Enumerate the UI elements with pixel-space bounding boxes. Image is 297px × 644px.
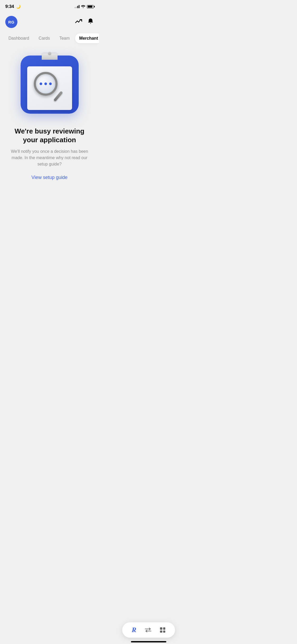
main-title: We're busy reviewing your application xyxy=(8,127,91,144)
status-icons xyxy=(75,5,94,9)
main-content: We're busy reviewing your application We… xyxy=(0,48,99,188)
dots-container xyxy=(40,82,52,85)
magnifier-lens xyxy=(34,72,58,96)
tab-team[interactable]: Team xyxy=(55,33,74,43)
battery-fill xyxy=(88,6,93,8)
view-setup-guide-link[interactable]: View setup guide xyxy=(31,175,68,180)
battery-icon xyxy=(87,5,94,8)
illustration-container xyxy=(18,53,81,116)
signal-icon xyxy=(75,5,79,8)
wifi-icon xyxy=(81,5,85,9)
tab-dashboard[interactable]: Dashboard xyxy=(4,33,33,43)
header-icons xyxy=(75,18,94,26)
nav-tabs: Dashboard Cards Team Merchant xyxy=(0,31,99,48)
tab-cards[interactable]: Cards xyxy=(34,33,54,43)
notification-icon[interactable] xyxy=(87,18,94,26)
magnifier-icon xyxy=(34,72,65,104)
status-bar: 9:34 🌙 xyxy=(0,0,99,12)
header: RG xyxy=(0,12,99,31)
tab-merchant[interactable]: Merchant xyxy=(75,33,99,43)
moon-icon: 🌙 xyxy=(16,4,21,9)
signal-bar-2 xyxy=(76,7,77,8)
magnifier-handle xyxy=(53,91,63,102)
avatar[interactable]: RG xyxy=(5,16,17,28)
dot-2 xyxy=(44,82,47,85)
signal-bar-4 xyxy=(79,5,79,8)
trending-icon[interactable] xyxy=(75,19,82,26)
main-subtitle: We'll notify you once a decision has bee… xyxy=(8,148,91,167)
status-time: 9:34 xyxy=(5,4,14,9)
status-time-container: 9:34 🌙 xyxy=(5,4,21,9)
clipboard-clip xyxy=(42,53,58,60)
dot-1 xyxy=(40,82,42,85)
dot-3 xyxy=(49,82,52,85)
signal-bar-1 xyxy=(75,7,76,8)
signal-bar-3 xyxy=(77,6,78,8)
